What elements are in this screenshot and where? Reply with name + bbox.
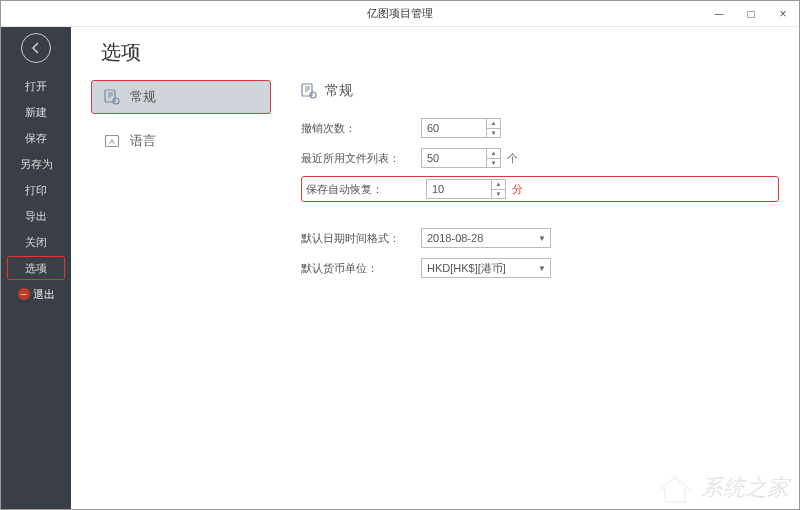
title-bar: 亿图项目管理 ─ □ × — [1, 1, 799, 27]
svg-point-5 — [310, 92, 316, 98]
autosave-field[interactable]: 10 ▲ ▼ — [426, 179, 506, 199]
minimize-button[interactable]: ─ — [703, 1, 735, 27]
recent-label: 最近所用文件列表： — [301, 151, 421, 166]
category-language[interactable]: A 语言 — [91, 124, 271, 158]
recent-spinner: ▲ ▼ — [486, 149, 500, 167]
sidebar-item-close[interactable]: 关闭 — [7, 230, 65, 254]
sidebar-item-save[interactable]: 保存 — [7, 126, 65, 150]
sidebar-item-open[interactable]: 打开 — [7, 74, 65, 98]
dateformat-field[interactable]: 2018-08-28 ▼ — [421, 228, 551, 248]
undo-label: 撤销次数： — [301, 121, 421, 136]
undo-field[interactable]: 60 ▲ ▼ — [421, 118, 501, 138]
maximize-button[interactable]: □ — [735, 1, 767, 27]
sidebar-item-options[interactable]: 选项 — [7, 256, 65, 280]
undo-value: 60 — [427, 122, 439, 134]
spinner-up-icon[interactable]: ▲ — [487, 119, 500, 129]
chevron-down-icon[interactable]: ▼ — [538, 264, 546, 273]
currency-value: HKD[HK$][港币] — [427, 261, 506, 276]
arrow-left-icon — [30, 42, 42, 54]
autosave-label: 保存自动恢复： — [306, 182, 426, 197]
sidebar-item-export[interactable]: 导出 — [7, 204, 65, 228]
back-button[interactable] — [21, 33, 51, 63]
sidebar: 打开 新建 保存 另存为 打印 导出 关闭 选项 ─ 退出 — [1, 27, 71, 510]
spinner-up-icon[interactable]: ▲ — [487, 149, 500, 159]
sidebar-item-exit[interactable]: ─ 退出 — [7, 282, 65, 306]
main-area: 打开 新建 保存 另存为 打印 导出 关闭 选项 ─ 退出 选项 常规 — [1, 27, 799, 510]
watermark: 系统之家 — [655, 472, 789, 504]
recent-value: 50 — [427, 152, 439, 164]
house-icon — [655, 472, 695, 504]
row-dateformat: 默认日期时间格式： 2018-08-28 ▼ — [301, 226, 779, 250]
row-autosave: 保存自动恢复： 10 ▲ ▼ 分 — [301, 176, 779, 202]
window-title: 亿图项目管理 — [367, 6, 433, 21]
sidebar-item-new[interactable]: 新建 — [7, 100, 65, 124]
spinner-down-icon[interactable]: ▼ — [487, 159, 500, 168]
autosave-spinner: ▲ ▼ — [491, 180, 505, 198]
recent-field[interactable]: 50 ▲ ▼ — [421, 148, 501, 168]
section-header: 常规 — [301, 82, 779, 100]
row-recent: 最近所用文件列表： 50 ▲ ▼ 个 — [301, 146, 779, 170]
language-icon: A — [104, 133, 120, 149]
recent-unit: 个 — [507, 151, 518, 166]
content-panel: 选项 常规 A 语言 — [71, 27, 799, 510]
category-general[interactable]: 常规 — [91, 80, 271, 114]
sidebar-item-print[interactable]: 打印 — [7, 178, 65, 202]
autosave-unit: 分 — [512, 182, 523, 197]
svg-point-1 — [113, 98, 119, 104]
spinner-down-icon[interactable]: ▼ — [487, 129, 500, 138]
currency-field[interactable]: HKD[HK$][港币] ▼ — [421, 258, 551, 278]
window-controls: ─ □ × — [703, 1, 799, 27]
chevron-down-icon[interactable]: ▼ — [538, 234, 546, 243]
general-icon — [104, 89, 120, 105]
sidebar-item-saveas[interactable]: 另存为 — [7, 152, 65, 176]
general-icon — [301, 83, 317, 99]
settings-panel: 常规 撤销次数： 60 ▲ ▼ 最近所用文件列表： 50 — [301, 80, 779, 286]
undo-spinner: ▲ ▼ — [486, 119, 500, 137]
spinner-up-icon[interactable]: ▲ — [492, 180, 505, 190]
currency-label: 默认货币单位： — [301, 261, 421, 276]
svg-text:A: A — [109, 137, 115, 146]
category-general-label: 常规 — [130, 88, 156, 106]
spinner-down-icon[interactable]: ▼ — [492, 190, 505, 199]
dateformat-label: 默认日期时间格式： — [301, 231, 421, 246]
category-language-label: 语言 — [130, 132, 156, 150]
category-list: 常规 A 语言 — [91, 80, 271, 286]
exit-icon: ─ — [18, 288, 30, 300]
section-title: 常规 — [325, 82, 353, 100]
page-title: 选项 — [101, 39, 779, 66]
close-button[interactable]: × — [767, 1, 799, 27]
autosave-value: 10 — [432, 183, 444, 195]
row-undo: 撤销次数： 60 ▲ ▼ — [301, 116, 779, 140]
row-currency: 默认货币单位： HKD[HK$][港币] ▼ — [301, 256, 779, 280]
dateformat-value: 2018-08-28 — [427, 232, 483, 244]
